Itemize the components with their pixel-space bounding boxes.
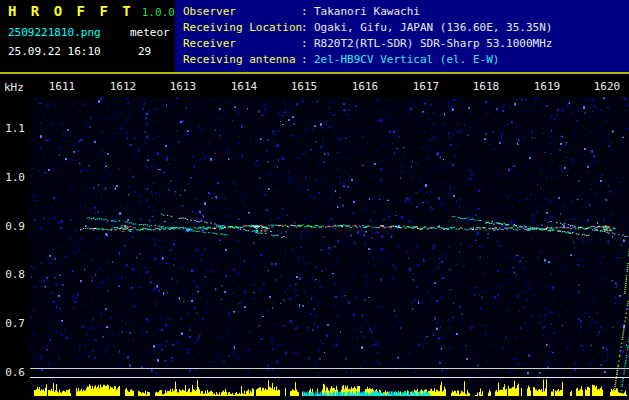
time-tick: 1617	[406, 80, 446, 93]
time-tick: 1620	[587, 80, 627, 93]
info-colon: :	[301, 4, 314, 20]
freq-tick: 0.6	[0, 366, 25, 379]
info-colon: :	[301, 36, 314, 52]
datetime-label: 25.09.22 16:10	[8, 45, 101, 58]
info-row-location: Receiving Location:Ogaki, Gifu, JAPAN (1…	[183, 20, 629, 36]
echo-counter: 29	[138, 45, 151, 58]
time-tick: 1615	[284, 80, 324, 93]
time-tick: 1619	[527, 80, 567, 93]
info-value: 2el-HB9CV Vertical (el. E-W)	[314, 52, 499, 68]
freq-axis-unit: kHz	[4, 81, 24, 94]
header-left: H R O F F T 1.0.0 2509221810.png meteor …	[0, 0, 175, 72]
spectrogram-canvas	[30, 97, 629, 397]
app-version: 1.0.0	[142, 6, 175, 19]
time-tick: 1611	[42, 80, 82, 93]
time-tick: 1613	[163, 80, 203, 93]
info-colon: :	[301, 20, 314, 36]
info-row-antenna: Receiving antenna:2el-HB9CV Vertical (el…	[183, 52, 629, 68]
time-tick: 1614	[224, 80, 264, 93]
info-label: Receiving antenna	[183, 52, 301, 68]
time-tick: 1616	[345, 80, 385, 93]
freq-tick: 0.8	[0, 268, 25, 281]
title-row: H R O F F T 1.0.0	[8, 3, 175, 19]
info-panel: Observer:Takanori Kawachi Receiving Loca…	[175, 0, 629, 72]
time-tick: 1618	[466, 80, 506, 93]
freq-tick: 1.0	[0, 171, 25, 184]
info-row-observer: Observer:Takanori Kawachi	[183, 4, 629, 20]
mode-label: meteor	[130, 26, 170, 39]
freq-tick: 0.7	[0, 317, 25, 330]
header-separator	[0, 72, 629, 74]
info-row-receiver: Receiver:R820T2(RTL-SDR) SDR-Sharp 53.10…	[183, 36, 629, 52]
freq-tick: 0.9	[0, 220, 25, 233]
info-value: Ogaki, Gifu, JAPAN (136.60E, 35.35N)	[314, 20, 552, 36]
hrofft-window: H R O F F T 1.0.0 2509221810.png meteor …	[0, 0, 629, 400]
info-value: Takanori Kawachi	[314, 4, 420, 20]
output-filename: 2509221810.png	[8, 26, 101, 39]
info-value: R820T2(RTL-SDR) SDR-Sharp 53.1000MHz	[314, 36, 552, 52]
info-colon: :	[301, 52, 314, 68]
info-label: Observer	[183, 4, 301, 20]
info-label: Receiver	[183, 36, 301, 52]
app-title: H R O F F T	[8, 3, 134, 19]
time-tick: 1612	[103, 80, 143, 93]
freq-tick: 1.1	[0, 122, 25, 135]
info-label: Receiving Location	[183, 20, 301, 36]
